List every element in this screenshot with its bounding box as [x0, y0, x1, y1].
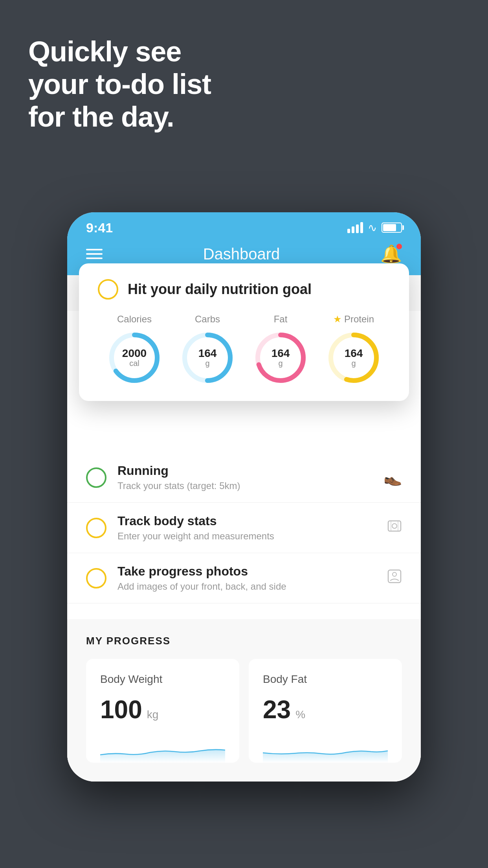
- carbs-value: 164: [198, 348, 217, 359]
- todo-subtitle-body-stats: Enter your weight and measurements: [117, 531, 387, 542]
- calories-value: 2000: [122, 348, 147, 359]
- hero-line1: Quickly see: [28, 35, 211, 68]
- calories-unit: cal: [122, 359, 147, 368]
- fat-stat: Fat 164 g: [253, 314, 308, 385]
- fat-value-container: 164 g: [272, 348, 290, 368]
- phone-mockup: 9:41 ∿ Dashboard: [67, 212, 421, 782]
- scale-icon: [387, 519, 402, 537]
- carbs-unit: g: [198, 359, 217, 368]
- todo-text-body-stats: Track body stats Enter your weight and m…: [117, 514, 387, 542]
- phone-content: THINGS TO DO TODAY Hit your daily nutrit…: [67, 275, 421, 782]
- progress-section: MY PROGRESS Body Weight 100 kg: [67, 619, 421, 782]
- body-weight-chart: [100, 735, 225, 763]
- protein-value-container: 164 g: [345, 348, 363, 368]
- notification-dot: [396, 244, 402, 249]
- todo-checkbox-body-stats[interactable]: [86, 518, 106, 538]
- signal-icon: [347, 222, 363, 233]
- page-background: Quickly see your to-do list for the day.…: [0, 0, 488, 868]
- shoe-icon: 👞: [383, 469, 402, 486]
- person-icon: [387, 569, 402, 587]
- carbs-value-container: 164 g: [198, 348, 217, 368]
- svg-point-13: [393, 572, 396, 576]
- todo-title-body-stats: Track body stats: [117, 514, 387, 528]
- notification-button[interactable]: 🔔: [380, 244, 402, 264]
- protein-label: Protein: [344, 314, 374, 325]
- progress-title: MY PROGRESS: [86, 635, 402, 647]
- todo-item-running[interactable]: Running Track your stats (target: 5km) 👞: [67, 452, 421, 503]
- body-fat-chart: [263, 735, 388, 763]
- hero-line3: for the day.: [28, 101, 211, 133]
- nutrition-card[interactable]: Hit your daily nutrition goal Calories: [79, 263, 409, 401]
- star-icon: ★: [333, 314, 342, 325]
- body-weight-value-row: 100 kg: [100, 695, 225, 724]
- progress-cards: Body Weight 100 kg: [86, 659, 402, 763]
- hero-line2: your to-do list: [28, 68, 211, 101]
- status-icons: ∿: [347, 221, 402, 234]
- calories-label: Calories: [117, 314, 152, 325]
- calories-stat: Calories 2000 cal: [107, 314, 162, 385]
- nutrition-stats: Calories 2000 cal: [98, 314, 390, 385]
- todo-checkbox-photos[interactable]: [86, 568, 106, 588]
- body-fat-value-row: 23 %: [263, 695, 388, 724]
- todo-item-photos[interactable]: Take progress photos Add images of your …: [67, 553, 421, 603]
- body-fat-card-title: Body Fat: [263, 673, 388, 686]
- nutrition-card-header: Hit your daily nutrition goal: [98, 279, 390, 300]
- body-weight-card[interactable]: Body Weight 100 kg: [86, 659, 239, 763]
- body-weight-value: 100: [100, 695, 142, 724]
- carbs-ring: 164 g: [180, 330, 235, 385]
- body-fat-card[interactable]: Body Fat 23 %: [249, 659, 402, 763]
- body-fat-unit: %: [295, 708, 305, 721]
- protein-value: 164: [345, 348, 363, 359]
- todo-subtitle-running: Track your stats (target: 5km): [117, 480, 383, 491]
- body-weight-card-title: Body Weight: [100, 673, 225, 686]
- status-bar: 9:41 ∿: [67, 212, 421, 239]
- nutrition-card-title: Hit your daily nutrition goal: [128, 281, 312, 298]
- todo-checkbox-running[interactable]: [86, 467, 106, 488]
- todo-text-running: Running Track your stats (target: 5km): [117, 463, 383, 491]
- protein-unit: g: [345, 359, 363, 368]
- menu-button[interactable]: [86, 249, 103, 259]
- todo-text-photos: Take progress photos Add images of your …: [117, 564, 387, 592]
- nav-title: Dashboard: [203, 245, 280, 263]
- wifi-icon: ∿: [368, 221, 377, 234]
- svg-point-9: [392, 524, 397, 528]
- todo-list: Running Track your stats (target: 5km) 👞…: [67, 452, 421, 782]
- fat-label: Fat: [274, 314, 288, 325]
- todo-title-photos: Take progress photos: [117, 564, 387, 579]
- status-time: 9:41: [86, 220, 113, 235]
- todo-subtitle-photos: Add images of your front, back, and side: [117, 581, 387, 592]
- spacer: [67, 603, 421, 619]
- calories-ring: 2000 cal: [107, 330, 162, 385]
- carbs-label: Carbs: [195, 314, 220, 325]
- fat-value: 164: [272, 348, 290, 359]
- nutrition-checkbox[interactable]: [98, 279, 118, 300]
- todo-title-running: Running: [117, 463, 383, 478]
- svg-rect-8: [388, 521, 401, 531]
- fat-unit: g: [272, 359, 290, 368]
- todo-item-body-stats[interactable]: Track body stats Enter your weight and m…: [67, 503, 421, 553]
- hero-text: Quickly see your to-do list for the day.: [28, 35, 211, 133]
- protein-label-container: ★ Protein: [333, 314, 374, 325]
- calories-value-container: 2000 cal: [122, 348, 147, 368]
- fat-ring: 164 g: [253, 330, 308, 385]
- body-fat-value: 23: [263, 695, 291, 724]
- protein-ring: 164 g: [326, 330, 381, 385]
- protein-stat: ★ Protein 164 g: [326, 314, 381, 385]
- battery-icon: [382, 223, 402, 233]
- body-weight-unit: kg: [147, 708, 159, 721]
- carbs-stat: Carbs 164 g: [180, 314, 235, 385]
